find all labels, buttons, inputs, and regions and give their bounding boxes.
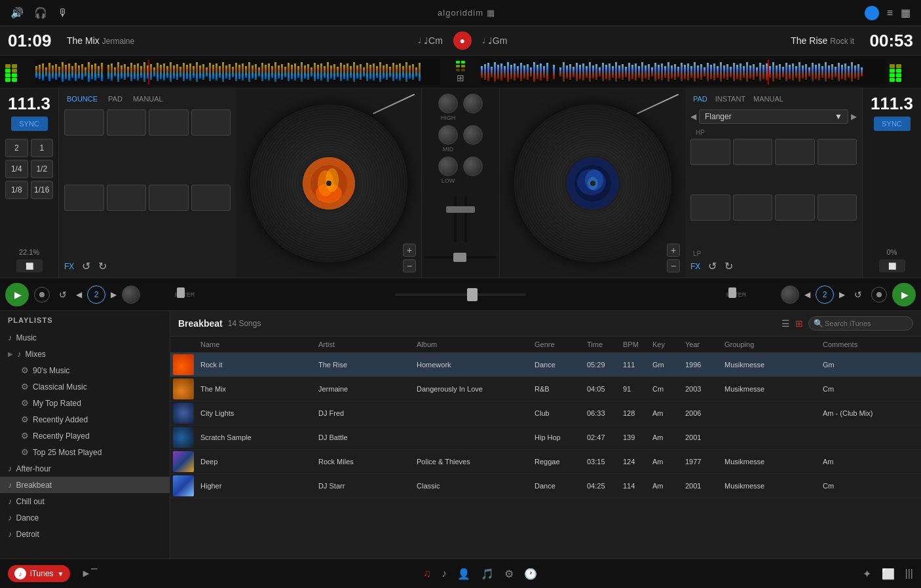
- table-row[interactable]: City Lights DJ Fred Club 06:33 128 Am 20…: [170, 401, 921, 426]
- right-back-btn[interactable]: ↺: [850, 287, 866, 303]
- crossfader[interactable]: [424, 256, 497, 259]
- left-turntable[interactable]: [250, 105, 407, 262]
- right-manual-tab[interactable]: MANUAL: [751, 94, 786, 104]
- table-row[interactable]: Rock it The Rise Homework Dance 05:29 11…: [170, 353, 921, 377]
- right-pad-4[interactable]: [818, 139, 857, 165]
- pad-3[interactable]: [149, 109, 189, 136]
- table-row[interactable]: Deep Rock Miles Police & Thieves Reggae …: [170, 450, 921, 474]
- beat-btn-eighth[interactable]: 1/8: [5, 181, 28, 199]
- sidebar-item-90s-music[interactable]: ⚙ 90's Music: [13, 362, 170, 378]
- equalizer-icon[interactable]: ⚙: [504, 568, 514, 580]
- pad-5[interactable]: [64, 185, 104, 211]
- right-high-knob[interactable]: [463, 94, 483, 113]
- col-genre[interactable]: Genre: [531, 339, 583, 350]
- manual-tab[interactable]: MANUAL: [130, 94, 166, 104]
- right-turntable[interactable]: [514, 105, 671, 262]
- left-mid-knob[interactable]: [438, 125, 458, 145]
- col-artist[interactable]: Artist: [314, 339, 413, 350]
- grid-view-btn[interactable]: ⊞: [457, 73, 464, 83]
- left-back-btn[interactable]: ↺: [55, 287, 71, 303]
- right-filter-knob[interactable]: [781, 285, 799, 304]
- volume-icon[interactable]: 🔊: [10, 7, 24, 19]
- right-mid-knob[interactable]: [463, 125, 483, 145]
- left-pitch-plus[interactable]: +: [403, 244, 416, 257]
- itunes-button[interactable]: ♪ iTunes ▼: [8, 565, 70, 582]
- right-pitch-prev[interactable]: ◀: [804, 290, 810, 299]
- right-pitch-minus[interactable]: −: [667, 259, 680, 272]
- right-instant-tab[interactable]: INSTANT: [713, 94, 748, 104]
- right-pad-6[interactable]: [733, 194, 773, 221]
- pad-tab[interactable]: PAD: [105, 94, 125, 104]
- left-record-btn[interactable]: [34, 287, 50, 303]
- list-view-icon[interactable]: ☰: [781, 318, 790, 329]
- col-album[interactable]: Album: [413, 339, 531, 350]
- right-record-btn[interactable]: [871, 287, 887, 303]
- menu-icon[interactable]: ≡: [887, 7, 893, 19]
- grid-icon[interactable]: ▦: [901, 7, 911, 19]
- beat-btn-1[interactable]: 1: [31, 139, 54, 157]
- col-year[interactable]: Year: [681, 339, 721, 350]
- left-pitch-next[interactable]: ▶: [111, 290, 117, 299]
- left-pitch-prev[interactable]: ◀: [76, 290, 82, 299]
- right-play-button[interactable]: ▶: [892, 283, 916, 306]
- playlist-icon[interactable]: ♫: [423, 568, 431, 579]
- right-pitch-plus[interactable]: +: [667, 244, 680, 257]
- sidebar-item-mixes[interactable]: ▶ ♪ Mixes: [0, 346, 170, 362]
- pad-6[interactable]: [107, 185, 147, 211]
- left-channel-fader[interactable]: [454, 193, 457, 246]
- left-filter-knob[interactable]: [122, 285, 140, 304]
- left-low-knob[interactable]: [438, 156, 458, 176]
- brightness-icon[interactable]: ✦: [863, 568, 871, 580]
- record-button[interactable]: ●: [453, 31, 472, 50]
- col-comments[interactable]: Comments: [819, 339, 897, 350]
- sidebar-item-after-hour[interactable]: ♪ After-hour: [0, 460, 170, 477]
- right-pad-7[interactable]: [775, 194, 815, 221]
- beat-btn-2[interactable]: 2: [5, 139, 28, 157]
- pad-2[interactable]: [107, 109, 147, 136]
- right-low-knob[interactable]: [463, 156, 483, 176]
- fullscreen-icon[interactable]: ⬜: [882, 568, 895, 580]
- right-redo-icon[interactable]: ↻: [724, 260, 733, 272]
- right-pad-2[interactable]: [733, 139, 773, 165]
- beat-btn-quarter[interactable]: 1/4: [5, 160, 28, 178]
- search-input[interactable]: [808, 316, 913, 331]
- col-bpm[interactable]: BPM: [619, 339, 648, 350]
- right-pad-3[interactable]: [775, 139, 815, 165]
- right-pitch-next[interactable]: ▶: [839, 290, 845, 299]
- pad-1[interactable]: [64, 109, 104, 136]
- pad-4[interactable]: [191, 109, 231, 136]
- table-row[interactable]: Scratch Sample DJ Battle Hip Hop 02:47 1…: [170, 426, 921, 450]
- left-redo-icon[interactable]: ↻: [98, 260, 107, 272]
- pad-7[interactable]: [149, 185, 189, 211]
- master-fader[interactable]: [395, 293, 526, 296]
- sidebar-item-chill-out[interactable]: ♪ Chill out: [0, 493, 170, 509]
- user-icon[interactable]: 👤: [457, 568, 470, 580]
- col-key[interactable]: Key: [648, 339, 681, 350]
- table-row[interactable]: Higher DJ Starr Classic Dance 04:25 114 …: [170, 474, 921, 498]
- sidebar-item-classical[interactable]: ⚙ Classical Music: [13, 378, 170, 395]
- right-deck-icon[interactable]: ⬜: [879, 259, 905, 272]
- left-high-knob[interactable]: [438, 94, 458, 113]
- terminal-icon[interactable]: ►⎺: [81, 568, 98, 579]
- columns-icon[interactable]: |||: [905, 568, 913, 579]
- left-play-button[interactable]: ▶: [5, 283, 29, 306]
- sidebar-item-detroit[interactable]: ♪ Detroit: [0, 526, 170, 542]
- beat-btn-half[interactable]: 1/2: [31, 160, 54, 178]
- grid-view-icon[interactable]: ⊞: [795, 318, 803, 329]
- right-sync-button[interactable]: SYNC: [874, 117, 911, 131]
- sidebar-item-top25[interactable]: ⚙ Top 25 Most Played: [13, 444, 170, 460]
- bounce-tab[interactable]: BOUNCE: [64, 94, 100, 104]
- col-name[interactable]: Name: [197, 339, 314, 350]
- col-grouping[interactable]: Grouping: [721, 339, 819, 350]
- col-time[interactable]: Time: [583, 339, 619, 350]
- right-pad-5[interactable]: [690, 194, 730, 221]
- effect-prev-btn[interactable]: ◀: [690, 112, 696, 121]
- left-fx-button[interactable]: FX: [64, 262, 74, 271]
- master-fader-handle[interactable]: [467, 288, 478, 301]
- right-loop-icon[interactable]: ↺: [708, 260, 717, 272]
- sidebar-item-recently-added[interactable]: ⚙ Recently Added: [13, 411, 170, 428]
- history-icon[interactable]: 🕐: [524, 568, 537, 580]
- effect-dropdown[interactable]: Flanger ▼: [699, 109, 848, 124]
- mic-icon[interactable]: 🎙: [58, 7, 68, 19]
- right-pad-8[interactable]: [818, 194, 857, 221]
